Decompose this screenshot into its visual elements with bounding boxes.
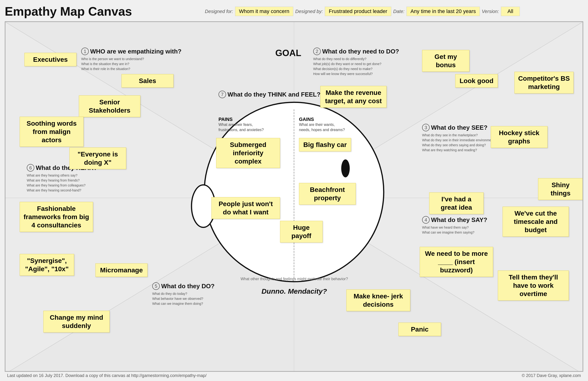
think-number: 7 bbox=[218, 91, 226, 98]
page: Empathy Map Canvas Designed for: Whom it… bbox=[0, 0, 588, 381]
version-label: Version: bbox=[482, 9, 499, 14]
note-soothing-words: Soothing words from malign actors bbox=[20, 117, 84, 147]
note-tell-them-overtime: Tell them they'll have to work overtime bbox=[498, 270, 569, 301]
note-shiny-things: Shiny things bbox=[538, 178, 583, 200]
canvas: GOAL 1 WHO are we empathizing with? Who … bbox=[5, 21, 583, 372]
section-do: 2 What do they need to DO? What do they … bbox=[313, 48, 399, 77]
note-huge-payoff: Huge payoff bbox=[280, 221, 323, 242]
date-label: Date: bbox=[393, 9, 404, 14]
who-number: 1 bbox=[81, 48, 89, 55]
section-see: 3 What do they SEE? What do they see in … bbox=[422, 124, 496, 153]
note-big-flashy: Big flashy car bbox=[299, 138, 351, 151]
footer: Last updated on 16 July 2017. Download a… bbox=[5, 372, 583, 379]
note-look-good: Look good bbox=[455, 74, 498, 88]
do-action-title: What do they DO? bbox=[161, 282, 214, 290]
pains-sub: What are their fears,frustrations, and a… bbox=[218, 122, 264, 133]
note-synergise: "Synergise", "Agile", "10x" bbox=[20, 254, 74, 276]
note-executives: Executives bbox=[24, 53, 76, 66]
note-people-wont: People just won't do what I want bbox=[211, 197, 280, 219]
section-say: 4 What do they SAY? What have we heard t… bbox=[422, 216, 487, 235]
note-weve-cut: We've cut the timescale and budget bbox=[503, 207, 569, 237]
note-change-mind: Change my mind suddenly bbox=[43, 311, 110, 333]
footer-left: Last updated on 16 July 2017. Download a… bbox=[7, 373, 206, 378]
section-do-action: 5 What do they DO? What do they do today… bbox=[152, 282, 214, 306]
note-everyone-x: "Everyone is doing X" bbox=[69, 147, 126, 169]
date-value: Any time in the last 20 years bbox=[406, 7, 480, 16]
pains-label: PAINS bbox=[218, 117, 264, 122]
gains-label: GAINS bbox=[299, 117, 345, 122]
note-sales: Sales bbox=[122, 74, 173, 88]
think-title: What do they THINK and FEEL? bbox=[228, 91, 320, 98]
note-we-need-buzzword: We need to be more ____ (insert buzzword… bbox=[420, 247, 493, 277]
footer-right: © 2017 Dave Gray, xplane.com bbox=[522, 373, 581, 378]
do-action-subtitle: What do they do today?What behavior have… bbox=[152, 291, 214, 306]
do-title: What do they need to DO? bbox=[322, 48, 399, 55]
behavior-text: What other thoughts and feelings might m… bbox=[190, 277, 399, 281]
do-subtitle: What do they need to do differently?What… bbox=[313, 57, 399, 77]
section-who: 1 WHO are we empathizing with? Who is th… bbox=[81, 48, 182, 71]
goal-label: GOAL bbox=[275, 48, 301, 58]
note-ive-had-idea: I've had a great idea bbox=[429, 192, 483, 214]
hear-number: 6 bbox=[27, 164, 34, 172]
top-bar: Empathy Map Canvas Designed for: Whom it… bbox=[5, 4, 583, 19]
see-subtitle: What do they see in the marketplace?What… bbox=[422, 133, 496, 153]
say-subtitle: What have we heard them say?What can we … bbox=[422, 225, 487, 235]
say-title: What do they SAY? bbox=[431, 216, 487, 224]
gains-sub: What are their wants,needs, hopes and dr… bbox=[299, 122, 345, 133]
say-number: 4 bbox=[422, 216, 430, 224]
who-subtitle: Who is the person we want to understand?… bbox=[81, 57, 182, 71]
note-make-revenue: Make the revenue target, at any cost bbox=[320, 86, 387, 108]
note-beachfront: Beachfront property bbox=[299, 183, 356, 205]
note-get-bonus: Get my bonus bbox=[422, 50, 469, 72]
svg-point-11 bbox=[341, 160, 350, 178]
see-number: 3 bbox=[422, 124, 430, 131]
note-submerged: Submerged inferiority complex bbox=[216, 138, 280, 168]
who-title: WHO are we empathizing with? bbox=[90, 48, 182, 55]
think-feel-section: 7 What do they THINK and FEEL? bbox=[218, 91, 320, 99]
note-hockey-stick: Hockey stick graphs bbox=[491, 126, 547, 148]
designed-for-label: Designed for: bbox=[205, 9, 233, 14]
note-competitors-bs: Competitor's BS marketing bbox=[514, 72, 574, 94]
note-fashionable: Fashionable frameworks from big 4 consul… bbox=[20, 202, 93, 232]
designed-by-label: Designed by: bbox=[295, 9, 323, 14]
dunno-text: Dunno. Mendacity? bbox=[214, 287, 375, 295]
do-action-number: 5 bbox=[152, 282, 160, 290]
note-senior-stakeholders: Senior Stakeholders bbox=[79, 95, 140, 117]
designed-for-value: Whom it may concern bbox=[235, 7, 294, 16]
note-panic: Panic bbox=[399, 322, 441, 336]
see-title: What do they SEE? bbox=[431, 124, 487, 131]
page-title: Empathy Map Canvas bbox=[5, 4, 132, 19]
hear-subtitle: What are they hearing others say?What ar… bbox=[27, 173, 97, 193]
header-fields: Designed for: Whom it may concern Design… bbox=[142, 7, 584, 16]
gains-section: GAINS What are their wants,needs, hopes … bbox=[299, 117, 345, 133]
designed-by-value: Frustrated product leader bbox=[325, 7, 391, 16]
pains-section: PAINS What are their fears,frustrations,… bbox=[218, 117, 264, 133]
note-micromanage: Micromanage bbox=[95, 263, 147, 277]
version-value: All bbox=[501, 7, 520, 16]
do-number: 2 bbox=[313, 48, 321, 55]
